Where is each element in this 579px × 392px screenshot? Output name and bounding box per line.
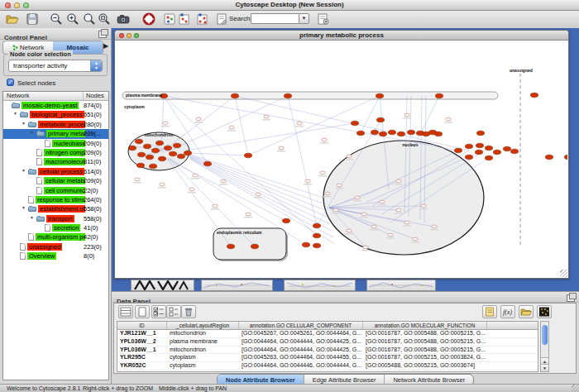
- function-builder-icon[interactable]: f(x): [500, 305, 515, 318]
- network-node[interactable]: [530, 93, 538, 98]
- layout-icon-2[interactable]: [196, 12, 211, 26]
- network-node[interactable]: [465, 144, 472, 149]
- tree-row-label[interactable]: establishment of localization: [38, 205, 85, 213]
- network-node[interactable]: [184, 151, 191, 155]
- network-node-small[interactable]: [325, 192, 330, 195]
- network-node-small[interactable]: [446, 117, 451, 121]
- network-node[interactable]: [388, 130, 395, 135]
- network-node[interactable]: [146, 155, 153, 160]
- select-columns-icon[interactable]: [151, 305, 166, 318]
- network-node[interactable]: [135, 139, 142, 144]
- matrix-icon[interactable]: [537, 305, 552, 318]
- combo-stepper-icon[interactable]: ▲▼: [90, 60, 102, 71]
- network-node[interactable]: [485, 155, 492, 160]
- expand-arrow-icon[interactable]: ▼: [13, 111, 17, 116]
- background-window-edge[interactable]: [201, 280, 273, 291]
- network-canvas[interactable]: plasma membranecytoplasmmitochondrionnuc…: [116, 41, 567, 278]
- tree-row[interactable]: unassigned223(0): [3, 242, 108, 251]
- network-node[interactable]: [545, 155, 553, 160]
- network-graph[interactable]: plasma membranecytoplasmmitochondrionnuc…: [116, 41, 567, 278]
- delete-attribute-icon[interactable]: [181, 305, 196, 318]
- background-window-edge[interactable]: [131, 280, 194, 291]
- network-node-small[interactable]: [396, 208, 401, 212]
- network-node-small[interactable]: [337, 184, 342, 187]
- tree-row[interactable]: macromolecule metabolic311(0): [3, 157, 108, 166]
- import-attributes-icon[interactable]: [519, 305, 534, 318]
- tree-row[interactable]: cellular metabolic process209(0): [3, 176, 108, 185]
- tree-row-label[interactable]: primary metabolic process: [46, 130, 85, 137]
- network-node-small[interactable]: [333, 208, 338, 212]
- tree-row-label[interactable]: biological_process: [30, 111, 84, 118]
- network-node[interactable]: [564, 155, 567, 160]
- table-row[interactable]: YDR039C__1mitochondrion[GO:0044464, GO:0…: [117, 370, 538, 372]
- table-row[interactable]: YPL036W__2plasma membrane[GO:0044464, GO…: [117, 338, 538, 347]
- network-node[interactable]: [149, 164, 156, 169]
- network-node[interactable]: [379, 131, 386, 136]
- float-panel-icon[interactable]: [567, 294, 575, 302]
- network-node-small[interactable]: [404, 221, 409, 224]
- open-file-icon[interactable]: [6, 12, 21, 26]
- tree-row-label[interactable]: cell communication: [44, 187, 85, 194]
- table-column-header[interactable]: _cellularLayoutRegion: [167, 322, 239, 329]
- network-node-small[interactable]: [404, 113, 409, 117]
- tree-row-label[interactable]: cellular process: [38, 168, 84, 175]
- network-node-small[interactable]: [163, 122, 168, 125]
- network-node[interactable]: [376, 93, 383, 98]
- network-node[interactable]: [169, 151, 176, 156]
- network-node-small[interactable]: [297, 122, 302, 125]
- expand-arrow-icon[interactable]: ▼: [22, 168, 26, 173]
- background-window-edge[interactable]: [366, 280, 436, 291]
- app-resize-grip[interactable]: [572, 385, 579, 392]
- network-node-small[interactable]: [396, 179, 401, 183]
- zoom-selected-region-icon[interactable]: [83, 12, 98, 26]
- network-node[interactable]: [302, 242, 309, 247]
- search-input[interactable]: [251, 13, 299, 24]
- network-node[interactable]: [376, 117, 384, 122]
- zoom-fit-icon[interactable]: [98, 12, 112, 26]
- network-node[interactable]: [397, 131, 404, 136]
- tree-row-label[interactable]: macromolecule metabolic: [44, 158, 85, 165]
- network-node[interactable]: [313, 233, 320, 238]
- network-node[interactable]: [173, 143, 180, 148]
- tree-row[interactable]: cell communication22(0): [3, 186, 108, 195]
- tree-row-label[interactable]: nitrogen compound metabolic: [44, 149, 85, 156]
- network-node-small[interactable]: [380, 200, 385, 203]
- snapshot-icon[interactable]: [117, 12, 132, 26]
- window-resize-grip[interactable]: [560, 270, 567, 277]
- tree-row-label[interactable]: Overview: [27, 252, 56, 260]
- table-column-header[interactable]: annotation.GO MOLECULAR_FUNCTION: [363, 322, 487, 329]
- expand-arrow-icon[interactable]: ▼: [30, 215, 34, 220]
- network-node[interactable]: [351, 121, 358, 126]
- annotation-icon[interactable]: [215, 12, 230, 26]
- network-node[interactable]: [465, 155, 472, 160]
- tree-row-label[interactable]: multi-organism process: [36, 233, 85, 241]
- search-dropdown-icon[interactable]: ▼: [299, 13, 309, 24]
- tab-overflow-icon[interactable]: ▶: [103, 42, 108, 50]
- network-node-small[interactable]: [189, 188, 194, 191]
- network-node[interactable]: [476, 131, 484, 136]
- network-node-small[interactable]: [388, 233, 393, 237]
- node-color-select[interactable]: transporter activity ▲▼: [8, 60, 103, 72]
- tree-row[interactable]: ▼biological_process651(0): [3, 110, 108, 119]
- network-window-titlebar[interactable]: primary metabolic process: [115, 31, 568, 41]
- network-node-small[interactable]: [229, 126, 234, 129]
- network-node[interactable]: [485, 146, 492, 151]
- tree-row[interactable]: mosaic-demo-yeast874(0): [3, 101, 108, 110]
- notes-icon[interactable]: [482, 305, 497, 318]
- network-window[interactable]: primary metabolic process plasma membran…: [114, 30, 569, 279]
- network-node-small[interactable]: [363, 246, 368, 249]
- network-node-small[interactable]: [256, 193, 261, 196]
- network-node-small[interactable]: [221, 179, 226, 183]
- network-node-small[interactable]: [347, 155, 352, 158]
- tree-row[interactable]: ▼cellular process614(0): [3, 167, 108, 176]
- table-row[interactable]: YKR052Ccytoplasm[GO:0044464, GO:0044446,…: [117, 362, 538, 370]
- tree-row[interactable]: nucleobase-containing compound209(0): [3, 139, 108, 148]
- network-node-small[interactable]: [305, 179, 310, 183]
- network-node-small[interactable]: [421, 204, 426, 208]
- tree-row[interactable]: ▼metabolic process280(0): [3, 120, 108, 129]
- tree-row[interactable]: response to stimulus264(0): [3, 195, 108, 204]
- network-node[interactable]: [244, 153, 251, 158]
- network-node[interactable]: [143, 144, 151, 149]
- table-row[interactable]: YPL036W__1mitochondrion[GO:0044464, GO:0…: [117, 347, 538, 355]
- network-node[interactable]: [128, 146, 136, 151]
